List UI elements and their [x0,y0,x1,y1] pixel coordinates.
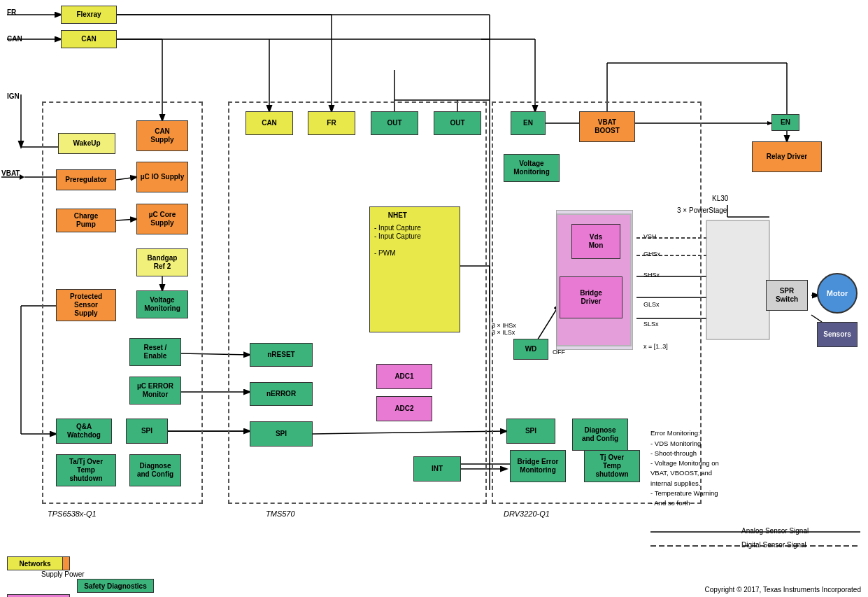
uc-core-supply-block: µC Core Supply [136,204,188,234]
nhet-block: NHET - Input Capture - Input Capture - P… [369,206,460,332]
legend-bridge-driver: Bridge Driver [7,594,70,597]
x-range-label: x = [1..3] [643,343,668,350]
uc-error-mon-block: µC ERROR Monitor [129,377,181,405]
digital-sensor-label: Digital Sensor Signal [741,541,806,549]
nreset-block: nRESET [250,343,313,367]
en-right-block: EN [771,114,799,131]
adc1-block: ADC1 [376,364,432,389]
nerror-block: nERROR [250,382,313,406]
analog-sensor-label: Analog Sensor Signal [741,527,809,535]
int-block: INT [413,456,461,482]
charge-pump-block: Charge Pump [56,209,116,232]
ghsx-label: GHSx [643,251,660,258]
spi1-block: SPI [126,419,168,444]
voltage-mon1-block: Voltage Monitoring [136,290,188,318]
shsx-label: SHSx [643,272,660,279]
relay-driver-block: Relay Driver [752,141,822,172]
power-stage-label: 3 × PowerStage [677,206,727,214]
wd-block: WD [513,339,548,360]
ihs-ils-label: 3 × IHSx 3 × ILSx [492,322,516,336]
svg-line-37 [811,315,822,322]
motor-block: Motor [817,273,858,314]
copyright-label: Copyright © 2017, Texas Instruments Inco… [705,586,861,594]
diagnose1-block: Diagnose and Config [129,454,181,486]
tms-out1-block: OUT [371,111,418,135]
bridge-error-block: Bridge Error Monitoring [510,450,566,482]
tms-label: TMS570 [266,510,295,518]
ta-tj-block: Ta/Tj Over Temp shutdown [56,454,116,486]
bridge-driver-block: Bridge Driver [560,276,622,318]
uc-io-supply-block: µC IO Supply [136,162,188,192]
tms-can-block: CAN [246,111,293,135]
vbat-label: VBAT [1,169,20,177]
preregulator-block: Preregulator [56,169,116,190]
diagram: TPS6538x-Q1 TMS570 DRV3220-Q1 FR CAN IGN… [0,0,868,597]
tms-out2-block: OUT [434,111,481,135]
fr-input-label: FR [7,8,16,16]
tms-fr-block: FR [308,111,355,135]
legend-safety-diag: Safety Diagnostics [77,579,154,593]
sensors-block: Sensors [817,322,858,347]
kl30-label: KL30 [712,195,728,202]
wakeup-block: WakeUp [58,133,115,154]
spi2-block: SPI [250,421,313,447]
adc2-block: ADC2 [376,396,432,421]
spi3-block: SPI [506,419,555,444]
tps-label: TPS6538x-Q1 [48,510,97,518]
legend-networks: Networks [7,556,63,570]
off-label: OFF [553,349,565,356]
voltage-mon2-block: Voltage Monitoring [504,154,560,182]
spr-switch-block: SPR Switch [766,280,808,311]
ign-label: IGN [7,92,20,100]
glsx-label: GLSx [643,301,660,308]
protected-sensor-block: Protected Sensor Supply [56,289,116,321]
drv-label: DRV3220-Q1 [504,510,550,518]
can-block: CAN [61,30,117,48]
bandgap-ref-block: Bandgap Ref 2 [136,248,188,276]
error-monitoring-text: Error Monitoring: - VDS Monitoring - Sho… [650,419,719,508]
can-supply-block: CAN Supply [136,120,188,151]
svg-marker-5 [20,174,24,180]
vds-mon-block: Vds Mon [571,224,620,259]
tj-over-temp-block: Tj Over Temp shutdown [584,450,640,482]
drv-en-block: EN [511,111,546,135]
svg-rect-26 [706,220,769,339]
supply-power-label: Supply Power [41,570,85,578]
diagnose2-block: Diagnose and Config [572,419,628,451]
vbat-boost-block: VBAT BOOST [579,111,635,142]
slsx-label: SLSx [643,321,659,328]
flexray-block: Flexray [61,6,117,24]
can-input-label: CAN [7,35,22,43]
vsh-label: VSH [643,233,657,240]
qa-watchdog-block: Q&A Watchdog [56,419,112,444]
reset-enable-block: Reset / Enable [129,338,181,366]
